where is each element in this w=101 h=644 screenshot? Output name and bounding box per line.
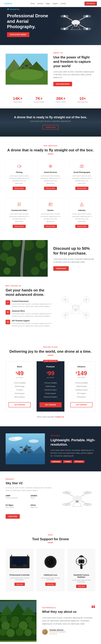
svg-rect-45 [18,203,21,206]
svg-point-127 [66,492,68,494]
tools-title: Tool Support for Drone [5,537,95,541]
brands-section: ★ Signature ★ Canon ●●● Panasonic ★ CASI… [0,642,101,644]
feature-item: Priority Support [39,392,62,395]
service-btn-0[interactable]: Discover More [13,187,25,190]
stat-experience: 10+ Years Experience [72,96,94,103]
tool-btn-0[interactable]: Shop Now [14,582,25,586]
skystar-section: PRODUCT Sky Star V2 Lorem ipsum dolor si… [0,472,101,526]
testimonial-img-inner [0,600,36,642]
discount-text: Discount up to 50% for first purchase. L… [48,240,101,276]
service-btn-1[interactable]: Discover More [44,187,57,190]
spec-val-2: 8.5 Mpps [5,504,28,506]
plan-btn-0[interactable]: Get Started [8,402,31,407]
feature-item: Email Support [8,392,31,395]
service-desc-0: Lorem ipsum dolor sit amet, consectetur … [8,175,30,184]
feature-item: 50GB Storage [39,385,62,388]
dark-feature-label: FEATURES [50,435,95,436]
service-btn-2[interactable]: Discover More [75,187,88,190]
feature-item: 10GB Storage [8,385,31,388]
feature-item: Advanced Analytics [39,395,62,399]
nav-link-services[interactable]: Services [37,3,43,4]
service-btn-4[interactable]: Discover More [44,225,57,228]
pricing-card-basic: Basic $49 per month 1 Drone Available 10… [5,361,34,412]
nav-logo[interactable]: skylarsa [4,2,12,5]
tool-btn-1[interactable]: Shop Now [45,582,56,586]
service-btn-3[interactable]: Discover More [13,225,25,228]
support-icon [7,321,9,323]
power-text: ABOUT US Use the power of flight and fre… [48,52,95,86]
spec-2: 8.5 Mpps Data Transfer [5,504,28,511]
svg-point-10 [64,15,66,17]
svg-point-36 [30,64,31,64]
feature-item: 5 Projects [8,388,31,392]
plan-period-1: per month [39,377,62,378]
svg-point-128 [87,492,89,494]
stat-happy-clients: 14K+ Happy Clients [7,96,28,103]
svg-point-183 [16,628,23,636]
power-btn[interactable]: Discover More [53,82,72,86]
skystar-specs: 20MP Camera Resolution 32KM/S Speed 8.5 … [5,494,53,511]
svg-point-57 [40,262,47,269]
feature-item: 100GB Storage [70,385,93,388]
svg-rect-143 [27,555,28,556]
svg-line-17 [72,26,73,30]
svg-point-16 [75,25,76,26]
svg-rect-164 [80,555,82,556]
skystar-shop-btn[interactable]: Shop Now [5,514,20,519]
svg-point-13 [86,28,88,30]
nav-link-home[interactable]: Home [31,3,35,4]
stat-num-2: 36K+ [56,96,66,101]
svg-rect-144 [13,564,16,566]
svg-point-25 [10,69,43,80]
stat-num-3: 10+ [77,96,88,101]
check-icon [7,302,9,304]
svg-rect-155 [80,564,83,569]
plan-price-0: $49 [8,370,31,377]
spec-val-0: 20MP [5,494,28,497]
dark-banner-btn[interactable]: Order Now [42,125,59,130]
plan-btn-2[interactable]: Get Started [70,402,93,407]
svg-point-35 [23,64,23,64]
service-card-filming: Filming Lorem ipsum dolor sit amet, cons… [5,160,33,194]
service-desc-1: Lorem ipsum dolor sit amet, consectetur … [40,175,61,184]
svg-point-159 [81,561,82,562]
tool-btn-2[interactable]: Shop Now [76,585,87,588]
custom-package-link[interactable]: Contact Us [55,416,64,418]
svg-line-86 [72,310,73,314]
plan-name-1: Premium [39,366,62,368]
stat-num-0: 14K+ [13,96,22,101]
svg-point-113 [29,446,30,448]
nav-link-contact[interactable]: Contact [61,3,66,4]
badge-0: Lightweight [50,460,62,463]
feature-desc-0: Lorem ipsum dolor sit amet, consectetur … [12,303,52,308]
discount-desc: Lorem ipsum dolor sit amet, consectetur … [53,258,95,264]
svg-rect-26 [25,65,28,66]
hero-discover-button[interactable]: Discover More [7,32,29,37]
discount-aerial-svg [0,240,48,277]
svg-point-180 [28,621,36,629]
spec-label-3: Flight Time [31,506,53,508]
badge-2: HD Camera [74,460,85,463]
discount-btn[interactable]: Order Now [53,266,69,271]
nav-links: Home Services Pages Support Contact [31,3,66,4]
feature-title-1: Advanced filters [12,310,52,312]
service-btn-5[interactable]: Discover More [75,225,88,228]
svg-rect-46 [49,203,52,206]
svg-point-44 [81,166,83,167]
filter-icon [7,311,9,314]
controller-image [8,552,31,572]
pricing-card-premium: Most Popular Premium $99 per month 3 Dro… [36,361,65,412]
dark-banner-desc: Lorem ipsum dolor sit amet, consectetur … [30,120,71,122]
services-label: OUR SERVICES [5,145,95,146]
logo-icon [7,8,9,10]
pricing-label: PRICING PLANS [5,346,95,348]
nav-link-pages[interactable]: Pages [46,3,50,4]
nav-link-support[interactable]: Support [53,3,58,4]
testimonial-label: TESTIMONIALS [42,607,95,608]
svg-point-58 [3,268,10,274]
plan-btn-1[interactable]: Get Started [39,402,62,407]
nav-cta-button[interactable]: Get Started [85,2,97,6]
hero-drone-svg [56,10,95,35]
pricing-grid: Basic $49 per month 1 Drone Available 10… [5,361,95,412]
service-desc-5: Lorem ipsum dolor sit amet, consectetur … [71,213,93,222]
